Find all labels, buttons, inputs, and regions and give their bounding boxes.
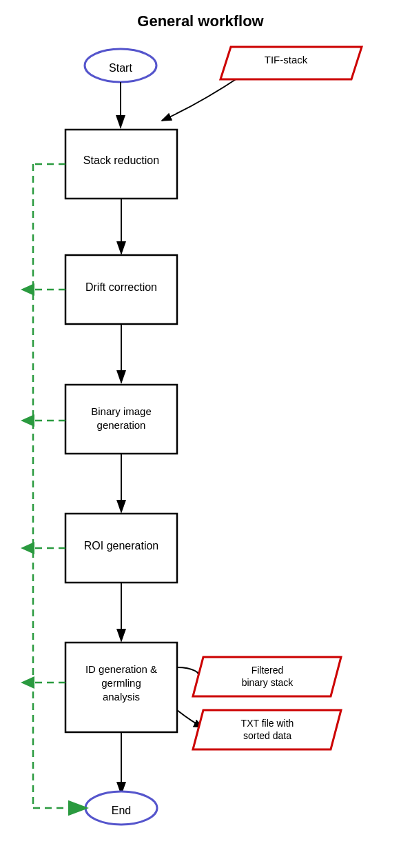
svg-text:Binary image: Binary image bbox=[91, 405, 152, 417]
svg-marker-25 bbox=[193, 657, 341, 696]
svg-text:Filtered: Filtered bbox=[251, 665, 284, 676]
svg-marker-41 bbox=[21, 542, 34, 554]
svg-text:Drift correction: Drift correction bbox=[85, 281, 157, 293]
svg-rect-14 bbox=[65, 385, 177, 454]
svg-rect-18 bbox=[65, 514, 177, 583]
svg-text:germling: germling bbox=[101, 677, 141, 689]
svg-marker-28 bbox=[193, 710, 341, 749]
svg-rect-21 bbox=[65, 643, 177, 732]
svg-text:binary stack: binary stack bbox=[242, 677, 294, 688]
svg-text:ROI generation: ROI generation bbox=[84, 540, 159, 552]
svg-text:TIF-stack: TIF-stack bbox=[265, 54, 308, 65]
svg-point-3 bbox=[85, 49, 156, 82]
svg-text:analysis: analysis bbox=[103, 691, 140, 703]
svg-marker-43 bbox=[21, 676, 34, 689]
svg-text:Stack reduction: Stack reduction bbox=[83, 154, 159, 166]
svg-text:Start: Start bbox=[109, 62, 132, 74]
svg-rect-11 bbox=[65, 255, 177, 324]
workflow-diagram: General workflow Start TIF-stack bbox=[0, 0, 401, 868]
svg-marker-39 bbox=[21, 414, 34, 427]
svg-text:TXT file with: TXT file with bbox=[241, 718, 294, 729]
svg-text:sorted data: sorted data bbox=[243, 730, 291, 741]
svg-marker-6 bbox=[220, 47, 362, 79]
svg-text:generation: generation bbox=[97, 419, 146, 431]
svg-point-32 bbox=[85, 791, 157, 825]
page-title: General workflow bbox=[0, 0, 401, 36]
svg-marker-37 bbox=[21, 283, 34, 296]
svg-rect-8 bbox=[65, 130, 177, 199]
svg-text:ID generation &: ID generation & bbox=[85, 663, 157, 675]
svg-text:End: End bbox=[112, 805, 131, 816]
